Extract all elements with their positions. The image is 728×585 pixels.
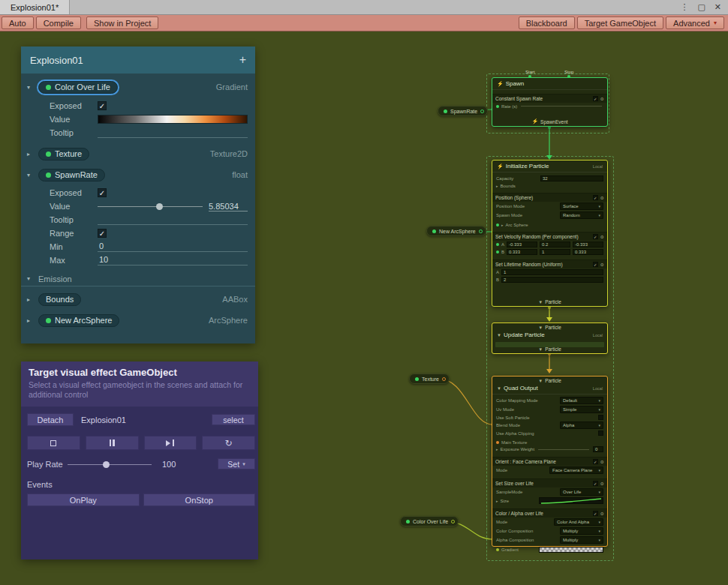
block-position-sphere[interactable]: Position (Sphere) ✓ ⚙ Position Mode Surf… <box>492 193 607 228</box>
rate-field[interactable] <box>521 106 602 106</box>
window-tab[interactable]: Explosion01* <box>0 0 70 14</box>
spawn-stop-port[interactable]: Stop <box>564 70 573 78</box>
gradient-input-port[interactable] <box>496 548 499 551</box>
range-checkbox[interactable]: ✓ <box>98 229 107 238</box>
value-slider[interactable] <box>98 202 203 210</box>
capacity-field[interactable]: 32 <box>540 176 603 182</box>
param-row-spawnrate[interactable]: ▾ SpawnRate float <box>21 166 255 183</box>
add-parameter-button[interactable]: + <box>239 53 246 67</box>
block-enabled-checkbox[interactable]: ✓ <box>593 195 598 200</box>
block-set-size-over-life[interactable]: Set Size over Life ✓ ⚙ SampleMode Over L… <box>492 478 607 505</box>
output-port[interactable] <box>479 230 483 233</box>
color-composition-dropdown[interactable]: Multiply▾ <box>560 527 603 535</box>
initialize-particle-node[interactable]: ⚡ Initialize Particle Local Capacity 32 … <box>492 160 608 307</box>
chevron-down-icon[interactable]: ▾ <box>27 84 38 91</box>
block-header[interactable]: Set Velocity Random (Per component) ✓ ⚙ <box>492 232 607 241</box>
color-mode-dropdown[interactable]: Color And Alpha▾ <box>554 518 603 526</box>
param-pill-color-over-life[interactable]: Color Over Life <box>38 81 118 94</box>
block-enabled-checkbox[interactable]: ✓ <box>593 96 598 101</box>
uv-mode-dropdown[interactable]: Simple▾ <box>560 406 603 413</box>
gear-icon[interactable]: ⚙ <box>600 234 604 239</box>
maximize-icon[interactable]: ▢ <box>697 2 705 12</box>
lifetime-b-field[interactable]: 2 <box>501 277 603 283</box>
param-pill-bounds[interactable]: Bounds <box>38 293 81 306</box>
vector-x-field[interactable]: 0.333 <box>507 249 537 255</box>
gradient-preview[interactable] <box>98 115 248 124</box>
space-badge[interactable]: Local <box>593 386 603 391</box>
orient-mode-dropdown[interactable]: Face Camera Plane▾ <box>549 466 603 474</box>
set-rate-button[interactable]: Set ▾ <box>218 458 255 470</box>
param-pill-texture[interactable]: Texture <box>38 148 89 160</box>
param-row-color-over-life[interactable]: ▾ Color Over Life Gradient <box>21 79 255 95</box>
port-dot[interactable] <box>567 75 570 78</box>
gear-icon[interactable]: ⚙ <box>600 195 604 200</box>
update-particle-node[interactable]: ▼ Particle ▼ Update Particle Local ▼ Par… <box>492 322 608 354</box>
spawn-mode-dropdown[interactable]: Random▾ <box>560 212 603 219</box>
node-title[interactable]: ⚡ Initialize Particle Local <box>492 160 607 172</box>
node-title[interactable]: ▼ Quad Output Local <box>492 384 607 394</box>
detach-button[interactable]: Detach <box>27 413 74 426</box>
select-button[interactable]: select <box>212 414 255 425</box>
color-mapping-dropdown[interactable]: Default▾ <box>560 397 603 404</box>
block-header[interactable]: Position (Sphere) ✓ ⚙ <box>492 194 607 202</box>
vector-z-field[interactable]: 0.333 <box>573 249 603 255</box>
block-header[interactable]: Set Lifetime Random (Uniform) ✓ ⚙ <box>492 260 607 268</box>
gear-icon[interactable]: ⚙ <box>600 262 604 267</box>
stop-button[interactable] <box>27 436 80 450</box>
blackboard-toggle-button[interactable]: Blackboard <box>519 16 575 29</box>
spawn-start-port[interactable]: Start <box>525 70 535 78</box>
pause-button[interactable] <box>86 436 139 450</box>
parameter-node-spawnrate[interactable]: SpawnRate <box>438 106 488 116</box>
arc-sphere-input-port[interactable] <box>496 224 499 226</box>
vector-x-field[interactable]: -0.333 <box>507 242 537 248</box>
gear-icon[interactable]: ⚙ <box>600 459 604 464</box>
lifetime-a-field[interactable]: 1 <box>501 269 603 275</box>
exposure-slider[interactable] <box>538 449 589 450</box>
particle-input-port[interactable]: ▼ Particle <box>492 323 607 331</box>
block-color-alpha-over-life[interactable]: Color / Alpha over Life ✓ ⚙ Mode Color A… <box>492 508 607 554</box>
exposure-field[interactable]: 0 <box>593 446 603 452</box>
particle-output-port[interactable]: ▼ Particle <box>492 299 607 304</box>
space-badge[interactable]: Local <box>593 333 603 338</box>
chevron-right-icon[interactable]: ▸ <box>501 223 504 227</box>
graph-canvas[interactable]: Start Stop ⚡ Spawn Constant Spawn Rate ✓… <box>0 32 728 585</box>
gear-icon[interactable]: ⚙ <box>600 481 604 486</box>
max-field[interactable]: 10 <box>98 255 248 266</box>
block-header[interactable]: Constant Spawn Rate ✓ ⚙ <box>492 94 607 103</box>
main-texture-input-port[interactable] <box>496 441 499 444</box>
chevron-right-icon[interactable]: ▸ <box>27 151 38 158</box>
slider-handle[interactable] <box>156 203 163 210</box>
blackboard-header[interactable]: Explosion01 + <box>21 46 255 74</box>
parameter-node-color-over-life[interactable]: Color Over Life <box>400 516 459 526</box>
target-gameobject-toggle-button[interactable]: Target GameObject <box>577 16 663 29</box>
chevron-down-icon[interactable]: ▾ <box>27 275 38 282</box>
position-mode-dropdown[interactable]: Surface▾ <box>560 202 603 210</box>
close-icon[interactable]: ✕ <box>714 2 721 12</box>
spawn-context-node[interactable]: Start Stop ⚡ Spawn Constant Spawn Rate ✓… <box>492 77 608 127</box>
parameter-node-texture[interactable]: Texture <box>409 374 450 384</box>
vector-z-field[interactable]: -0.333 <box>573 242 603 248</box>
tooltip-field[interactable] <box>98 128 248 138</box>
onplay-button[interactable]: OnPlay <box>27 494 140 506</box>
particle-input-port[interactable]: ▼ Particle <box>492 376 607 384</box>
step-button[interactable] <box>144 436 197 450</box>
particle-output-port[interactable]: ▼ Particle <box>492 346 607 352</box>
param-pill-new-arcsphere[interactable]: New ArcSphere <box>38 314 119 327</box>
quad-output-node[interactable]: ▼ Particle ▼ Quad Output Local Color Map… <box>492 376 608 547</box>
block-set-velocity-random[interactable]: Set Velocity Random (Per component) ✓ ⚙ … <box>492 232 607 256</box>
slider-handle[interactable] <box>103 461 110 468</box>
block-header[interactable]: Color / Alpha over Life ✓ ⚙ <box>492 509 607 518</box>
block-enabled-checkbox[interactable]: ✓ <box>593 481 598 486</box>
chevron-right-icon[interactable]: ▸ <box>496 499 498 503</box>
tooltip-field[interactable] <box>98 214 248 225</box>
block-set-lifetime-random[interactable]: Set Lifetime Random (Uniform) ✓ ⚙ A 1 B … <box>492 260 607 284</box>
exposed-checkbox[interactable]: ✓ <box>98 188 107 197</box>
gear-icon[interactable]: ⚙ <box>600 96 604 101</box>
spawnevent-output-port[interactable]: ⚡ SpawnEvent <box>492 118 607 124</box>
chevron-down-icon[interactable]: ▾ <box>27 172 38 178</box>
alpha-clipping-checkbox[interactable] <box>598 430 603 436</box>
block-enabled-checkbox[interactable]: ✓ <box>593 262 598 267</box>
chevron-right-icon[interactable]: ▸ <box>27 296 38 303</box>
min-field[interactable]: 0 <box>98 242 248 252</box>
vector-y-field[interactable]: 1 <box>540 249 570 255</box>
